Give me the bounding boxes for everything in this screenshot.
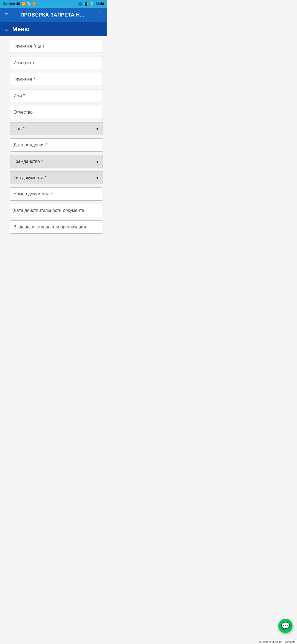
time: 22:56: [95, 2, 104, 6]
input-surname_lat[interactable]: [10, 40, 103, 53]
vibrate-icon: 📳: [84, 2, 88, 6]
input-issuing_org[interactable]: [10, 220, 103, 234]
select-gender[interactable]: Пол *МужскойЖенский: [10, 122, 103, 135]
mcdonalds-icon: 🍔: [32, 2, 36, 6]
input-patronymic[interactable]: [10, 106, 103, 119]
carrier-name: Beeline: [3, 2, 15, 6]
select-wrapper-citizenship: Гражданство *▼: [10, 155, 103, 168]
input-doc_number[interactable]: [10, 187, 103, 201]
carrier-info: Beeline 4G 📶 📡 🍔: [3, 2, 36, 6]
battery-icon: 🔋: [90, 2, 94, 6]
app-bar-menu-icon[interactable]: ≡: [4, 11, 8, 18]
app-bar: ≡ ПРОВЕРКА ЗАПРЕТА Н... ⋮: [0, 8, 107, 22]
input-name_lat[interactable]: [10, 56, 103, 69]
input-dob[interactable]: [10, 138, 103, 152]
select-citizenship[interactable]: Гражданство *: [10, 155, 103, 168]
bluetooth-icon: 🔵: [78, 2, 82, 6]
select-wrapper-doc_type: Тип документа *▼: [10, 171, 103, 184]
select-wrapper-gender: Пол *МужскойЖенский▼: [10, 122, 103, 135]
menu-hamburger-icon[interactable]: ≡: [4, 26, 8, 33]
input-surname_cyr[interactable]: [10, 73, 103, 86]
signal-icon: 📶: [22, 2, 26, 6]
form-container: Пол *МужскойЖенский▼Гражданство *▼Тип до…: [6, 36, 107, 237]
app-bar-title: ПРОВЕРКА ЗАПРЕТА Н...: [8, 12, 97, 18]
input-doc_valid[interactable]: [10, 204, 103, 217]
menu-bar: ≡ Меню: [0, 22, 107, 36]
app-bar-more-icon[interactable]: ⋮: [97, 11, 103, 18]
input-name_cyr[interactable]: [10, 89, 103, 102]
network-type: 4G: [16, 2, 21, 6]
status-bar: Beeline 4G 📶 📡 🍔 🔵 📳 🔋 22:56: [0, 0, 107, 8]
wifi-icon: 📡: [27, 2, 31, 6]
status-right: 🔵 📳 🔋 22:56: [78, 2, 104, 6]
select-doc_type[interactable]: Тип документа *: [10, 171, 103, 184]
menu-bar-title: Меню: [12, 26, 30, 33]
